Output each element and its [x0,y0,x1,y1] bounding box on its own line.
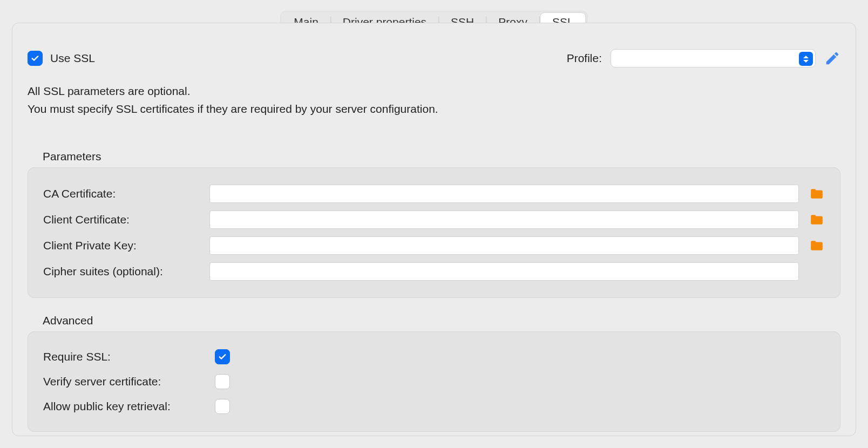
advanced-title: Advanced [43,314,840,327]
verify-server-cert-checkbox[interactable] [215,374,230,389]
require-ssl-checkbox[interactable] [215,349,230,364]
cipher-suites-input[interactable] [209,262,799,281]
ssl-info-line2: You must specify SSL certificates if the… [28,100,840,118]
verify-server-cert-label: Verify server certificate: [43,375,205,388]
client-certificate-label: Client Certificate: [43,213,200,226]
ssl-info-line1: All SSL parameters are optional. [28,83,840,100]
advanced-group: Require SSL: Verify server certificate: … [28,331,840,432]
profile-select[interactable] [611,49,816,67]
ssl-info: All SSL parameters are optional. You mus… [28,83,840,118]
use-ssl-checkbox[interactable] [28,51,43,66]
use-ssl-row: Use SSL [28,51,95,66]
edit-profile-icon[interactable] [824,50,840,66]
allow-public-key-checkbox[interactable] [215,399,230,414]
client-certificate-input[interactable] [209,211,799,229]
ca-certificate-browse[interactable] [809,188,825,200]
parameters-group: CA Certificate: Client Certificate: Clie… [28,167,840,298]
client-private-key-browse[interactable] [809,240,825,252]
require-ssl-label: Require SSL: [43,350,205,363]
client-private-key-input[interactable] [209,236,799,255]
parameters-title: Parameters [43,150,840,163]
cipher-suites-label: Cipher suites (optional): [43,265,200,278]
ca-certificate-input[interactable] [209,185,799,203]
ssl-panel: Use SSL Profile: All SSL parameters are … [12,23,856,436]
allow-public-key-label: Allow public key retrieval: [43,400,205,413]
chevron-updown-icon [799,52,813,66]
client-certificate-browse[interactable] [809,214,825,226]
use-ssl-label: Use SSL [50,52,95,65]
profile-label: Profile: [567,52,602,65]
client-private-key-label: Client Private Key: [43,239,200,252]
ca-certificate-label: CA Certificate: [43,187,200,200]
